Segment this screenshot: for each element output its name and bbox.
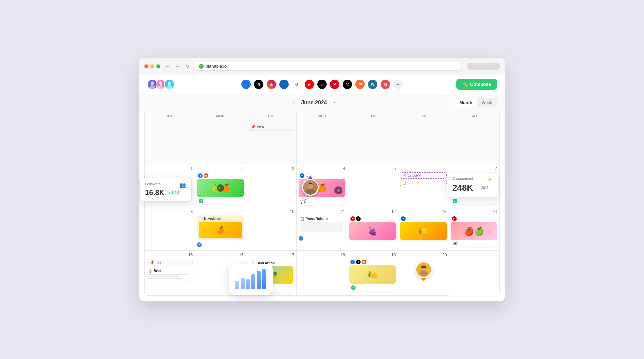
engagement-values: 248K → 24%	[452, 183, 493, 193]
chart-widget	[229, 264, 273, 295]
cal-cell-10: 10	[246, 207, 297, 251]
press-card[interactable]: 📋 Press Release	[299, 215, 345, 234]
card-day12[interactable]: ▶ ♪ 🍇	[349, 215, 396, 240]
instagram-icon[interactable]: ◉	[267, 80, 276, 89]
maximize-btn[interactable]	[156, 64, 160, 68]
press-title: 📋 Press Release	[300, 217, 343, 221]
day-num-5: 5	[349, 166, 396, 171]
site-icon: P	[199, 64, 204, 69]
day-num-15: 15	[147, 253, 193, 257]
brief-lines	[148, 274, 191, 279]
man-avatar-container	[400, 259, 447, 284]
cell-content-6: 🕐 12:50PM 🌙 5:30PM	[400, 172, 446, 187]
time-chip-2[interactable]: 🌙 5:30PM	[400, 180, 446, 186]
day-num-18: 18	[299, 253, 345, 257]
press-placeholder	[300, 222, 343, 232]
next-month-button[interactable]: →	[331, 100, 336, 106]
compose-pencil-icon: ✏️	[462, 82, 468, 87]
brief-line-2	[148, 276, 178, 277]
fruit-image-day19: 🍋	[349, 265, 396, 284]
card-check-day2: ✓	[197, 197, 243, 204]
eye-area-day14: 👁️‍🗨️	[451, 240, 497, 247]
url-bar[interactable]: P planable.io	[195, 62, 460, 71]
twitter-icon[interactable]: 𝕏	[254, 80, 263, 89]
followers-label: Followers	[145, 182, 161, 186]
cell-content-20	[400, 259, 447, 284]
day-num-19: 19	[349, 253, 396, 257]
card-day13[interactable]: in 🍋	[400, 215, 446, 240]
engagement-widget: Engagement ⚡ 248K → 24%	[447, 173, 498, 197]
news-icon[interactable]: 📰	[381, 80, 390, 89]
youtube-icon[interactable]: ▶	[305, 80, 314, 89]
day-num-20: 20	[400, 253, 447, 257]
brief-card[interactable]: 💡 Brief	[147, 267, 193, 281]
threads-icon[interactable]: @	[343, 80, 352, 89]
card-day14[interactable]: P 🍎🍏 👁️‍🗨️	[451, 215, 497, 247]
cell-content-11: 📋 Press Release +	[299, 215, 345, 241]
prev-month-button[interactable]: ←	[292, 100, 297, 106]
day-num-4: 4	[299, 166, 345, 171]
month-nav: ← June 2024 →	[292, 100, 336, 106]
wordpress-icon[interactable]: W	[368, 80, 377, 89]
newsletter-icon: ✉️	[199, 217, 203, 221]
add-social-icon[interactable]: +	[393, 80, 403, 89]
card-day19[interactable]: f 𝕏 ◉ 🍋 ✓	[349, 259, 396, 291]
idea-chip-1[interactable]: 📌 Idea	[248, 123, 294, 131]
cal-cell-6: 6 🕐 12:50PM 🌙 5:30PM	[398, 164, 449, 207]
fb-mini-icon: f	[198, 173, 203, 178]
day-header-thu: Thu	[347, 111, 398, 121]
google-icon[interactable]: G	[292, 80, 301, 89]
back-button[interactable]: ←	[164, 63, 171, 70]
cell-content-12: ▶ ♪ 🍇	[349, 215, 396, 240]
link-icon-day4: 🔗	[334, 186, 342, 194]
fruit-image-day12: 🍇	[349, 222, 396, 240]
cal-cell-11: 11 📋 Press Release +	[297, 207, 347, 251]
calendar-outer: Sun Mon Tue Wed Thu Fri Sat 📌 Idea	[139, 111, 505, 301]
followers-people-icon: 👥	[179, 182, 186, 188]
time-chip-1[interactable]: 🕐 12:50PM	[400, 172, 446, 179]
pinterest-icon[interactable]: P	[330, 80, 339, 89]
newsletter-card[interactable]: ✉️ Newsletter 🍊	[197, 215, 243, 240]
svg-point-5	[166, 85, 172, 89]
day-num-12: 12	[349, 209, 396, 214]
day-num-16: 16	[197, 253, 243, 257]
idea-chip-15[interactable]: 📌 Idea	[147, 259, 193, 266]
cal-cell-empty-4	[297, 121, 347, 164]
calendar-grid: Sun Mon Tue Wed Thu Fri Sat 📌 Idea	[144, 111, 500, 296]
linkedin-icon[interactable]: in	[279, 80, 289, 89]
pi-mini-icon-14: P	[452, 216, 457, 221]
brief-label: Brief	[154, 269, 161, 273]
month-view-button[interactable]: Month	[455, 98, 477, 107]
video-edit-icon: ✂	[217, 184, 224, 192]
top-bar: f 𝕏 ◉ in G ▶ ♪ P @ ✉ W 📰 + ✏️ Compose	[139, 75, 505, 94]
refresh-button[interactable]: ↻	[184, 63, 191, 70]
plus-btn-9[interactable]: +	[197, 242, 202, 247]
forward-button[interactable]: →	[174, 63, 181, 70]
brief-icon: 💡	[148, 269, 152, 273]
fb-mini-icon-19: f	[350, 260, 355, 264]
followers-widget: Followers 👥 16.8K ↑ 1.2K	[139, 178, 192, 202]
social-icons-bar: f 𝕏 ◉ in G ▶ ♪ P @ ✉ W 📰 +	[241, 80, 403, 89]
clock-icon-2: 🌙	[402, 181, 406, 185]
bar-2	[241, 278, 245, 289]
tiktok-icon[interactable]: ♪	[317, 80, 327, 89]
email-icon[interactable]: ✉	[355, 80, 365, 89]
profile-bubble-container	[302, 179, 319, 196]
fruit-image-day13: 🍋	[400, 222, 446, 240]
day-num-7: 7	[451, 166, 497, 171]
minimize-btn[interactable]	[150, 64, 154, 68]
week-view-button[interactable]: Week	[477, 98, 497, 107]
press-icon: 📋	[300, 217, 304, 221]
day-num-2: 2	[197, 166, 243, 171]
followers-values: 16.8K ↑ 1.2K	[145, 188, 186, 197]
plus-btn-11[interactable]: +	[299, 236, 303, 241]
close-btn[interactable]	[144, 64, 148, 68]
facebook-icon[interactable]: f	[241, 80, 251, 89]
bar-1	[235, 281, 239, 289]
day-num-13: 13	[400, 209, 446, 214]
cal-cell-empty-1	[145, 121, 195, 164]
compose-button[interactable]: ✏️ Compose	[456, 79, 497, 90]
check-badge-19: ✓	[351, 285, 356, 290]
card-day2[interactable]: f ◉ 🍐🍊 ✂ ✓	[197, 172, 243, 204]
time-value-1: 12:50PM	[408, 174, 421, 177]
